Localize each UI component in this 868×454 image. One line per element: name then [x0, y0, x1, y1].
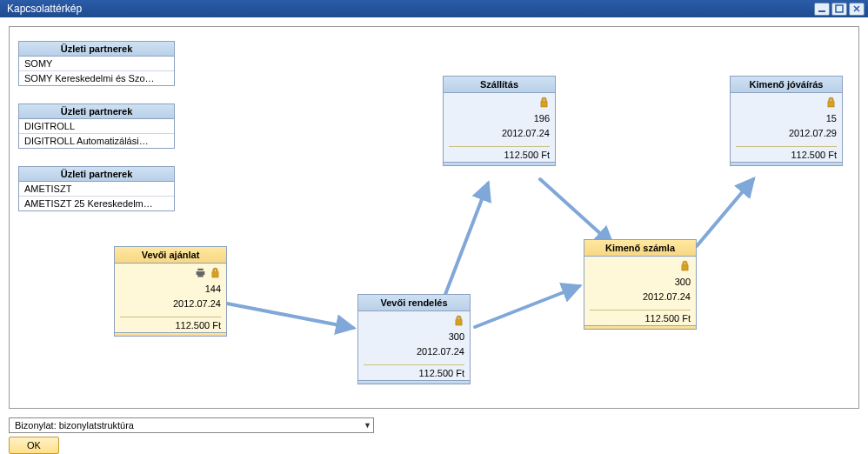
view-mode-select[interactable]: Bizonylat: bizonylatstruktúra ▼: [9, 417, 374, 433]
doc-number: 144: [120, 282, 221, 297]
view-mode-value: Bizonylat: bizonylatstruktúra: [15, 420, 134, 431]
partner-card-header: Üzleti partnerek: [19, 104, 174, 119]
window-titlebar: Kapcsolattérkép: [0, 0, 868, 17]
partner-name: SOMY Kereskedelmi és Szo…: [19, 71, 174, 85]
doc-number: 300: [590, 275, 691, 290]
doc-card-delivery[interactable]: Szállítás 196 2012.07.24 112.500 Ft: [443, 76, 556, 166]
svg-line-7: [475, 286, 579, 327]
chevron-down-icon: ▼: [364, 421, 371, 430]
printer-icon: [195, 267, 206, 278]
doc-number: 15: [736, 111, 837, 126]
doc-number: 300: [364, 330, 464, 344]
svg-line-9: [697, 179, 753, 246]
minimize-button[interactable]: [814, 3, 830, 16]
lock-icon: [453, 315, 464, 326]
relationship-map-canvas: Üzleti partnerek SOMY SOMY Kereskedelmi …: [9, 26, 859, 409]
close-button[interactable]: [849, 3, 865, 16]
partner-code: DIGITROLL: [19, 119, 174, 134]
doc-date: 2012.07.29: [736, 126, 837, 141]
doc-title: Kimenő számla: [584, 239, 697, 257]
lock-icon: [679, 260, 691, 271]
lock-icon: [210, 267, 221, 278]
partner-card[interactable]: Üzleti partnerek AMETISZT AMETISZT 25 Ke…: [18, 166, 175, 211]
doc-title: Vevői rendelés: [357, 294, 471, 311]
doc-date: 2012.07.24: [364, 344, 464, 359]
doc-total: 112.500 Ft: [736, 146, 837, 160]
doc-total: 112.500 Ft: [364, 364, 464, 378]
doc-date: 2012.07.24: [120, 297, 221, 311]
doc-date: 2012.07.24: [590, 290, 691, 304]
doc-total: 112.500 Ft: [449, 146, 550, 160]
svg-line-6: [444, 184, 488, 297]
svg-rect-0: [818, 10, 825, 12]
doc-title: Szállítás: [443, 76, 556, 93]
doc-card-credit[interactable]: Kimenő jóváírás 15 2012.07.29 112.500 Ft: [730, 76, 843, 166]
partner-card-header: Üzleti partnerek: [19, 42, 174, 57]
doc-date: 2012.07.24: [449, 126, 550, 141]
maximize-button[interactable]: [831, 3, 847, 16]
doc-card-order[interactable]: Vevői rendelés 300 2012.07.24 112.500 Ft: [357, 294, 471, 384]
partner-name: DIGITROLL Automatizálási…: [19, 134, 174, 148]
bottom-bar: Bizonylat: bizonylatstruktúra ▼ OK: [0, 417, 868, 454]
partner-card[interactable]: Üzleti partnerek DIGITROLL DIGITROLL Aut…: [18, 103, 175, 149]
partner-code: AMETISZT: [19, 182, 174, 197]
partner-code: SOMY: [19, 57, 174, 71]
partner-card[interactable]: Üzleti partnerek SOMY SOMY Kereskedelmi …: [18, 41, 175, 86]
doc-total: 112.500 Ft: [120, 317, 221, 330]
lock-icon: [538, 97, 550, 108]
svg-rect-1: [836, 5, 843, 12]
doc-title: Vevői ajánlat: [114, 246, 227, 264]
doc-number: 196: [449, 111, 550, 126]
partner-name: AMETISZT 25 Kereskedelm…: [19, 197, 174, 210]
window-controls: [814, 3, 865, 16]
doc-title: Kimenő jóváírás: [730, 76, 843, 93]
svg-line-8: [540, 179, 612, 244]
window-title: Kapcsolattérkép: [7, 3, 814, 15]
partner-card-header: Üzleti partnerek: [19, 167, 174, 182]
ok-button[interactable]: OK: [9, 437, 59, 454]
doc-total: 112.500 Ft: [590, 310, 691, 324]
doc-card-invoice[interactable]: Kimenő számla 300 2012.07.24 112.500 Ft: [584, 239, 697, 330]
lock-icon: [825, 97, 837, 108]
svg-line-5: [227, 304, 353, 328]
doc-card-offer[interactable]: Vevői ajánlat 144 2012.07.24 112.500 Ft: [114, 246, 227, 337]
